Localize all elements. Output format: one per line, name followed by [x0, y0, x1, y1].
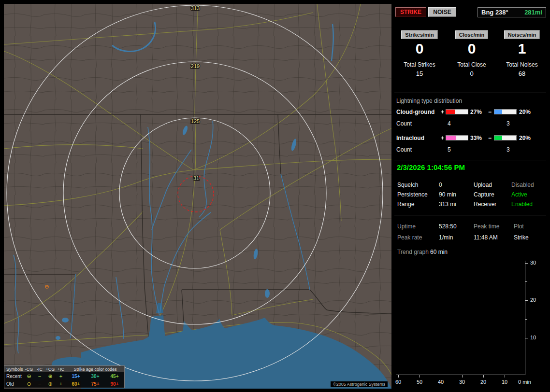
datetime-display: 2/3/2026 1:04:56 PM	[397, 163, 465, 171]
cg-minus-bar	[494, 109, 517, 114]
count-label: Count	[396, 146, 412, 153]
persistence-label: Persistence	[397, 191, 428, 198]
y-tick	[525, 338, 528, 338]
upload-status: Disabled	[511, 182, 534, 188]
x-tick-label: 50	[412, 379, 427, 385]
plus-sign: +	[441, 135, 444, 141]
x-tick-label: 60	[391, 379, 405, 385]
y-tick-label: 20	[530, 297, 536, 303]
x-tick	[483, 375, 484, 378]
plus-sign: +	[441, 109, 444, 115]
legend-age-header: Strike age color codes	[66, 367, 124, 372]
legend-col-pos-ic: +IC	[56, 367, 66, 372]
cg-plus-count: 4	[448, 120, 451, 127]
x-tick-label: 30	[455, 379, 469, 385]
x-tick-label: 20	[476, 379, 491, 385]
ic-plus-bar	[446, 135, 468, 140]
distribution-title: Lightning type distribution	[396, 98, 462, 105]
total-noises-label: Total Noises	[497, 61, 547, 68]
trend-graph-window: 60 min	[430, 249, 448, 255]
map-legend: Symbols -CG -IC +CG +IC Strike age color…	[4, 365, 125, 388]
y-tick-minor	[525, 319, 527, 320]
x-tick	[505, 375, 505, 378]
y-tick-minor	[525, 357, 527, 357]
strike-mode-button[interactable]: STRIKE	[395, 7, 426, 17]
age-code-15: 15+	[66, 374, 86, 379]
age-code-75: 75+	[86, 381, 105, 387]
legend-recent-label: Recent	[4, 374, 24, 379]
close-per-min-button[interactable]: Close/min	[455, 30, 489, 39]
x-tick	[441, 375, 441, 378]
legend-col-neg-ic: -IC	[34, 367, 45, 372]
squelch-label: Squelch	[397, 182, 418, 188]
noises-per-min-value: 1	[497, 41, 547, 57]
y-tick-label: 30	[530, 260, 536, 266]
pos-ic-icon: +	[56, 374, 66, 378]
y-axis	[525, 261, 525, 375]
legend-col-neg-cg: -CG	[24, 367, 34, 372]
legend-col-pos-cg: +CG	[45, 367, 56, 372]
peak-time-label: Peak time	[474, 223, 499, 230]
pos-cg-icon: ⊕	[45, 381, 56, 386]
x-tick-label: 10	[497, 379, 512, 385]
noises-rate-column: Noises/min 1 Total Noises 68	[497, 30, 547, 77]
separator	[394, 160, 546, 160]
map-canvas: 313 219 125 31	[4, 4, 391, 389]
range-ring-label: 31	[193, 175, 199, 181]
y-tick-minor	[525, 281, 527, 282]
cg-minus-count: 3	[507, 120, 510, 127]
y-tick-label: 10	[530, 335, 536, 340]
x-tick	[420, 375, 420, 378]
peak-time-value: 11:48 AM	[474, 234, 498, 241]
total-noises-value: 68	[497, 70, 547, 77]
capture-label: Capture	[474, 191, 494, 198]
map-view[interactable]: 313 219 125 31	[4, 4, 391, 389]
ic-plus-count: 5	[448, 146, 451, 153]
ic-minus-bar	[494, 135, 517, 140]
noises-per-min-button[interactable]: Noises/min	[504, 30, 540, 39]
age-code-60: 60+	[66, 381, 86, 387]
cg-plus-bar	[446, 109, 468, 114]
range-ring-label: 313	[191, 5, 200, 11]
legend-recent-row: Recent ⊖ − ⊕ + 15+ 30+ 45+	[4, 372, 124, 380]
age-code-90: 90+	[105, 381, 124, 387]
plot-label: Plot	[514, 223, 524, 230]
x-tick-label: 40	[434, 379, 448, 385]
pos-cg-icon: ⊕	[45, 374, 56, 378]
plot-value: Strike	[514, 234, 529, 241]
separator	[394, 93, 546, 93]
peak-rate-value: 1/min	[439, 234, 453, 241]
legend-old-label: Old	[4, 381, 24, 387]
x-tick	[462, 375, 463, 378]
bearing-value: Bng 238°	[481, 9, 508, 16]
total-strikes-value: 15	[394, 70, 445, 77]
noise-mode-button[interactable]: NOISE	[428, 7, 456, 17]
trend-graph-label: Trend graph	[397, 249, 429, 255]
peak-rate-label: Peak rate	[397, 234, 422, 241]
intracloud-label: Intracloud	[396, 135, 424, 141]
persistence-value: 90 min	[439, 191, 456, 198]
squelch-value: 0	[439, 182, 442, 188]
neg-cg-icon: ⊖	[24, 374, 34, 378]
cg-plus-pct: 27%	[470, 109, 482, 115]
cloud-ground-label: Cloud-ground	[396, 109, 434, 115]
cg-minus-pct: 20%	[519, 109, 531, 115]
total-close-label: Total Close	[447, 61, 497, 68]
upload-label: Upload	[474, 182, 492, 188]
bearing-readout[interactable]: Bng 238° 281mi	[478, 7, 546, 17]
total-strikes-label: Total Strikes	[394, 61, 445, 68]
neg-ic-icon: −	[34, 374, 45, 378]
legend-header: Symbols -CG -IC +CG +IC Strike age color…	[4, 366, 124, 372]
ic-minus-count: 3	[507, 146, 510, 153]
legend-symbols-label: Symbols	[4, 367, 24, 372]
strikes-per-min-value: 0	[394, 41, 445, 57]
receiver-label: Receiver	[474, 201, 496, 208]
pos-ic-icon: +	[56, 381, 66, 386]
age-code-45: 45+	[105, 374, 124, 379]
count-label: Count	[396, 120, 412, 127]
range-value: 313 mi	[439, 201, 456, 208]
receiver-status: Enabled	[511, 201, 533, 208]
strikes-per-min-button[interactable]: Strikes/min	[401, 30, 437, 39]
close-rate-column: Close/min 0 Total Close 0	[447, 30, 497, 77]
ic-minus-pct: 20%	[519, 135, 531, 141]
